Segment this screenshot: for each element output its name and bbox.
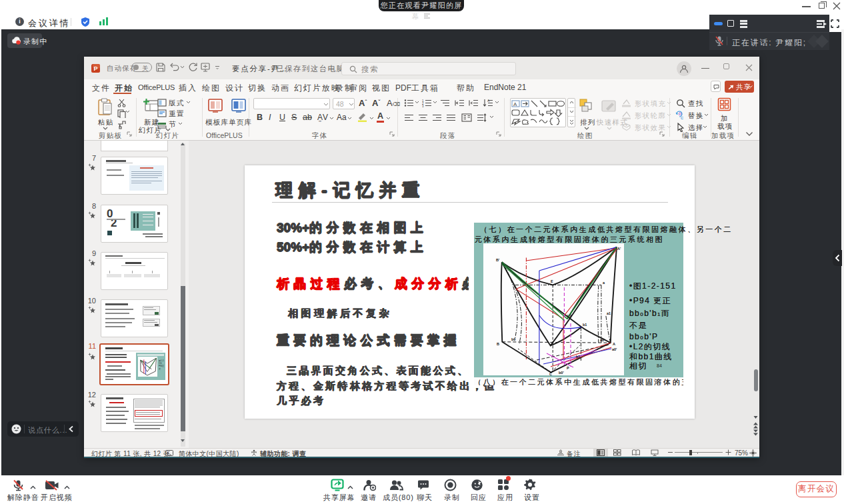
- svg-text:P: P: [567, 366, 569, 370]
- svg-text:a: a: [603, 281, 605, 285]
- svg-text:A': A': [617, 247, 621, 251]
- svg-text:b1: b1: [583, 323, 587, 327]
- svg-text:a1: a1: [607, 311, 611, 315]
- svg-text:P: P: [93, 65, 97, 72]
- svg-text:A: A: [513, 101, 517, 107]
- svg-text:3: 3: [422, 105, 424, 108]
- svg-text:E: E: [551, 279, 553, 283]
- svg-text:a0: a0: [600, 338, 604, 342]
- svg-text:L2: L2: [567, 314, 571, 318]
- svg-text:b0': b0': [559, 371, 564, 375]
- svg-text:C: C: [549, 372, 552, 375]
- svg-text:b0: b0: [511, 337, 515, 341]
- svg-text:b1: b1: [576, 355, 580, 359]
- svg-text:B': B': [496, 258, 500, 262]
- svg-text:B: B: [497, 342, 499, 346]
- svg-text:a0': a0': [612, 347, 617, 351]
- svg-text:A: A: [613, 342, 615, 346]
